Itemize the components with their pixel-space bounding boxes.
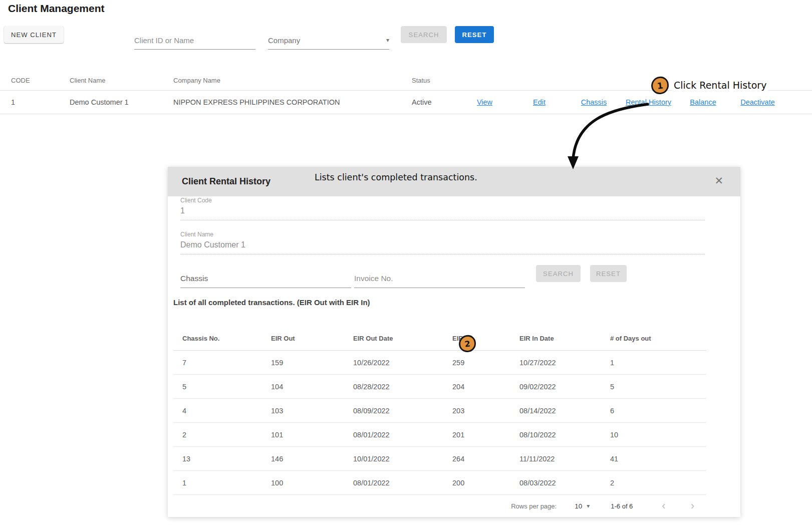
eir-in-cell: 259 [452,359,519,367]
chassis-no-cell: 5 [182,383,271,391]
chassis-no-cell: 7 [182,359,271,367]
table-row: 13 146 10/01/2022 264 11/11/2022 41 [173,447,706,471]
company-name-cell: NIPPON EXPRESS PHILIPPINES CORPORATION [173,98,412,106]
client-code-label: Client Code [180,197,705,204]
eir-in-date-cell: 11/11/2022 [519,455,610,463]
rows-per-page-value: 10 [575,502,582,510]
step-2-number: 2 [464,339,470,349]
eir-in-cell: 200 [452,479,519,487]
eir-out-cell: 104 [271,383,353,391]
column-header-eir-in-date: EIR In Date [519,335,610,342]
view-link[interactable]: View [477,98,492,106]
table-row: 1 Demo Customer 1 NIPPON EXPRESS PHILIPP… [0,91,812,114]
pagination: Rows per page: 10 ▾ 1-6 of 6 ‹ › [168,495,740,517]
client-name-field: Client Name Demo Customer 1 [180,231,705,254]
eir-out-date-cell: 08/01/2022 [353,431,452,439]
eir-in-date-cell: 10/27/2022 [519,359,610,367]
close-icon[interactable]: ✕ [714,175,723,187]
clients-table: CODE Client Name Company Name Status 1 D… [0,70,812,114]
modal-search-button[interactable]: SEARCH [536,265,581,282]
chassis-no-cell: 2 [182,431,271,439]
days-out-cell: 1 [610,359,706,367]
chevron-down-icon: ▾ [386,37,389,44]
page-title: Client Management [8,3,105,15]
eir-out-cell: 100 [271,479,353,487]
modal-reset-button[interactable]: RESET [590,265,627,282]
eir-in-date-cell: 08/10/2022 [519,431,610,439]
client-code-cell: 1 [11,98,70,106]
eir-in-cell: 203 [452,407,519,415]
company-select[interactable]: Company ▾ [268,31,389,50]
rows-per-page-select[interactable]: 10 ▾ [575,502,590,510]
eir-in-date-cell: 09/02/2022 [519,383,610,391]
rental-history-link[interactable]: Rental History [626,98,671,106]
status-cell: Active [412,98,457,106]
days-out-cell: 10 [610,431,706,439]
modal-title: Client Rental History [182,176,270,187]
step-2-label: Lists client's completed transactions. [313,172,479,183]
days-out-cell: 6 [610,407,706,415]
days-out-cell: 2 [610,479,706,487]
company-select-value: Company [268,36,300,45]
transactions-heading: List of all completed transactions. (EIR… [173,298,370,307]
eir-out-cell: 103 [271,407,353,415]
deactivate-link[interactable]: Deactivate [740,98,775,106]
previous-page-icon[interactable]: ‹ [662,500,665,511]
eir-in-cell: 204 [452,383,519,391]
client-name-label: Client Name [180,231,705,238]
days-out-cell: 41 [610,455,706,463]
eir-in-cell: 264 [452,455,519,463]
chevron-down-icon: ▾ [587,502,590,509]
eir-out-date-cell: 10/01/2022 [353,455,452,463]
reset-button[interactable]: RESET [455,26,494,43]
table-row: 1 100 08/01/2022 200 08/03/2022 2 [173,471,706,495]
pagination-range: 1-6 of 6 [611,502,633,510]
transactions-table: Chassis No. EIR Out EIR Out Date EIR In … [173,326,706,495]
invoice-number-input[interactable] [354,270,525,288]
rental-history-modal: Client Rental History ✕ 2 Lists client's… [168,167,740,517]
new-client-button[interactable]: NEW CLIENT [4,26,64,43]
chassis-no-cell: 1 [182,479,271,487]
step-1-label: Click Rental History [672,79,768,91]
next-page-icon[interactable]: › [691,500,694,511]
chassis-no-cell: 13 [182,455,271,463]
search-button[interactable]: SEARCH [401,26,447,43]
table-row: 7 159 10/26/2022 259 10/27/2022 1 [173,351,706,375]
column-header-status: Status [412,77,457,84]
client-code-field: Client Code 1 [180,197,705,220]
eir-out-cell: 101 [271,431,353,439]
table-row: 4 103 08/09/2022 203 08/14/2022 6 [173,399,706,423]
column-header-client-name: Client Name [70,77,173,84]
chassis-input[interactable] [180,270,351,288]
transactions-table-header: Chassis No. EIR Out EIR Out Date EIR In … [173,326,706,351]
eir-out-date-cell: 08/09/2022 [353,407,452,415]
chassis-link[interactable]: Chassis [581,98,607,106]
column-header-company-name: Company Name [173,77,412,84]
rows-per-page-label: Rows per page: [511,502,557,510]
client-code-value: 1 [180,206,705,215]
table-row: 5 104 08/28/2022 204 09/02/2022 5 [173,375,706,399]
column-header-chassis-no: Chassis No. [182,335,271,342]
balance-link[interactable]: Balance [690,98,716,106]
step-1-number: 1 [656,80,663,91]
column-header-days-out: # of Days out [610,335,706,342]
column-header-code: CODE [11,77,70,84]
column-header-eir-out: EIR Out [271,335,353,342]
client-name-value: Demo Customer 1 [180,240,705,249]
client-name-cell: Demo Customer 1 [70,98,173,106]
eir-in-date-cell: 08/03/2022 [519,479,610,487]
client-id-input[interactable] [134,31,255,50]
eir-out-date-cell: 10/26/2022 [353,359,452,367]
eir-out-cell: 159 [271,359,353,367]
eir-out-date-cell: 08/01/2022 [353,479,452,487]
table-row: 2 101 08/01/2022 201 08/10/2022 10 [173,423,706,447]
edit-link[interactable]: Edit [533,98,546,106]
chassis-no-cell: 4 [182,407,271,415]
eir-in-cell: 201 [452,431,519,439]
days-out-cell: 5 [610,383,706,391]
eir-out-cell: 146 [271,455,353,463]
eir-in-date-cell: 08/14/2022 [519,407,610,415]
eir-out-date-cell: 08/28/2022 [353,383,452,391]
column-header-eir-out-date: EIR Out Date [353,335,452,342]
